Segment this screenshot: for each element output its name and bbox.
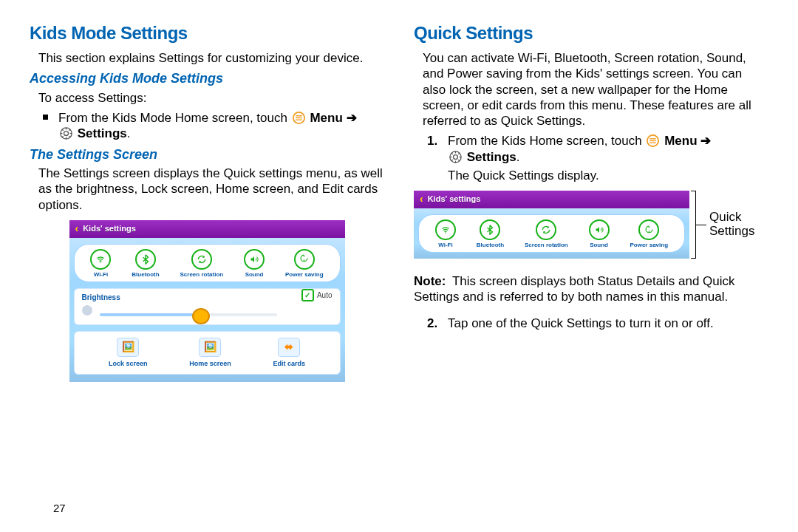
- annotation-quick-settings: QuickSettings: [706, 211, 754, 238]
- qs-bluetooth-label: Bluetooth: [132, 271, 159, 279]
- brightness-thumb-icon[interactable]: [192, 308, 210, 324]
- qs-power-label: Power saving: [285, 271, 324, 279]
- settings-screen-paragraph: The Settings screen displays the Quick s…: [38, 166, 384, 213]
- svg-rect-3: [296, 120, 302, 120]
- sound-icon: [589, 219, 610, 240]
- svg-rect-17: [650, 140, 657, 141]
- subheading-settings-screen: The Settings Screen: [30, 146, 384, 163]
- qs-bluetooth[interactable]: Bluetooth: [477, 219, 504, 249]
- arrow-icon: ➔: [347, 111, 357, 125]
- qs-wifi[interactable]: Wi-Fi: [90, 249, 111, 279]
- qs-sound-label: Sound: [590, 242, 608, 249]
- back-chevron-icon[interactable]: ‹: [75, 222, 79, 236]
- wifi-icon: [435, 219, 456, 240]
- qs-bluetooth[interactable]: Bluetooth: [132, 249, 159, 279]
- bluetooth-icon: [135, 249, 156, 270]
- wifi-icon: [90, 249, 111, 270]
- step1-tail: The Quick Settings display.: [448, 168, 599, 183]
- panel-title: Kids' settings: [83, 224, 136, 234]
- heading-quick-settings: Quick Settings: [414, 22, 768, 44]
- edit-cards-label: Edit cards: [273, 360, 306, 368]
- sound-icon: [244, 249, 265, 270]
- auto-brightness-checkbox[interactable]: ✓ Auto: [301, 289, 332, 301]
- rotation-icon: [191, 249, 212, 270]
- qs-sound[interactable]: Sound: [589, 219, 610, 249]
- qs-power[interactable]: Power saving: [285, 249, 324, 279]
- step-2-text: Tap one of the Quick Settings to turn it…: [448, 316, 714, 331]
- step-1-text: From the Kids Home screen, touch Menu ➔ …: [448, 133, 711, 183]
- auto-label: Auto: [317, 291, 332, 301]
- lock-screen-card[interactable]: 🖼️ Lock screen: [109, 338, 148, 368]
- gear-icon: [60, 127, 72, 140]
- note-paragraph: Note: This screen displays both Status D…: [414, 273, 768, 305]
- qs-sound-label: Sound: [245, 271, 264, 279]
- annotation-line: [696, 225, 706, 225]
- qs-power-label: Power saving: [630, 242, 668, 249]
- edit-cards-icon: ⬌: [278, 338, 300, 357]
- note-text: This screen displays both Status Details…: [414, 274, 735, 304]
- bluetooth-icon: [480, 219, 500, 240]
- svg-rect-18: [650, 143, 657, 143]
- note-label: Note:: [414, 274, 446, 288]
- bullet-settings-label: Settings: [78, 126, 127, 140]
- back-chevron-icon[interactable]: ‹: [420, 193, 423, 206]
- qs-wifi[interactable]: Wi-Fi: [435, 219, 456, 249]
- heading-kids-mode-settings: Kids Mode Settings: [30, 22, 384, 44]
- edit-cards-card[interactable]: ⬌ Edit cards: [273, 338, 306, 368]
- gear-icon: [449, 151, 462, 163]
- step1-settings-label: Settings: [467, 150, 516, 164]
- menu-icon: [293, 112, 305, 124]
- panel-title: Kids' settings: [428, 194, 481, 205]
- access-lead: To access Settings:: [38, 90, 384, 106]
- subheading-accessing: Accessing Kids Mode Settings: [30, 70, 384, 87]
- step1-pre: From the Kids Home screen, touch: [448, 134, 645, 148]
- bullet-text: From the Kids Mode Home screen, touch Me…: [58, 110, 357, 142]
- intro-paragraph: This section explains Settings for custo…: [38, 50, 384, 66]
- rotation-icon: [536, 219, 556, 240]
- svg-rect-16: [650, 138, 657, 139]
- menu-icon: [647, 134, 659, 147]
- power-saving-icon: [638, 219, 659, 240]
- qs-rotation[interactable]: Screen rotation: [525, 219, 568, 249]
- bullet-icon: [43, 115, 48, 120]
- svg-rect-1: [296, 115, 302, 116]
- step1-menu-label: Menu: [664, 134, 697, 148]
- qs-rotation[interactable]: Screen rotation: [180, 249, 224, 279]
- step-number-2: 2.: [427, 316, 440, 331]
- step-number-1: 1.: [427, 133, 440, 149]
- qs-rotation-label: Screen rotation: [525, 242, 568, 249]
- qs-power[interactable]: Power saving: [630, 219, 668, 249]
- home-screen-icon: 🖼️: [199, 338, 221, 357]
- annotation-bracket: [691, 191, 696, 259]
- qs-intro-paragraph: You can activate Wi-Fi, Bluetooth, Scree…: [423, 50, 768, 129]
- kids-settings-panel-full: ‹ Kids' settings Wi-Fi Bluetooth Screen: [69, 220, 345, 382]
- check-icon: ✓: [301, 289, 314, 301]
- qs-rotation-label: Screen rotation: [180, 271, 224, 279]
- svg-rect-2: [296, 117, 302, 118]
- period: .: [516, 150, 520, 164]
- arrow-icon: ➔: [700, 134, 711, 148]
- brightness-label: Brightness: [82, 293, 332, 303]
- qs-wifi-label: Wi-Fi: [94, 271, 108, 279]
- bottom-cards-row: 🖼️ Lock screen 🖼️ Home screen ⬌ Edit car…: [74, 331, 341, 375]
- bullet-menu-label: Menu: [310, 111, 342, 125]
- qs-bluetooth-label: Bluetooth: [477, 242, 504, 249]
- kids-settings-panel-qs-only: ‹ Kids' settings Wi-Fi Bluetooth: [414, 191, 689, 259]
- lock-screen-icon: 🖼️: [117, 338, 139, 357]
- period: .: [127, 126, 131, 140]
- home-screen-card[interactable]: 🖼️ Home screen: [189, 338, 231, 368]
- brightness-slider[interactable]: [100, 313, 277, 316]
- panel-header[interactable]: ‹ Kids' settings: [414, 191, 689, 208]
- qs-wifi-label: Wi-Fi: [438, 242, 452, 249]
- svg-point-29: [445, 232, 446, 233]
- panel-header[interactable]: ‹ Kids' settings: [69, 220, 345, 238]
- svg-point-14: [100, 262, 102, 263]
- power-saving-icon: [294, 249, 315, 270]
- home-screen-label: Home screen: [189, 360, 231, 368]
- quick-settings-row: Wi-Fi Bluetooth Screen rotation Sou: [418, 214, 685, 253]
- brightness-card: Brightness ✓ Auto: [74, 288, 341, 325]
- lock-screen-label: Lock screen: [109, 360, 148, 368]
- qs-sound[interactable]: Sound: [244, 249, 265, 279]
- quick-settings-row: Wi-Fi Bluetooth Screen rotation Sound: [74, 244, 341, 282]
- bullet-pre: From the Kids Mode Home screen, touch: [58, 111, 291, 125]
